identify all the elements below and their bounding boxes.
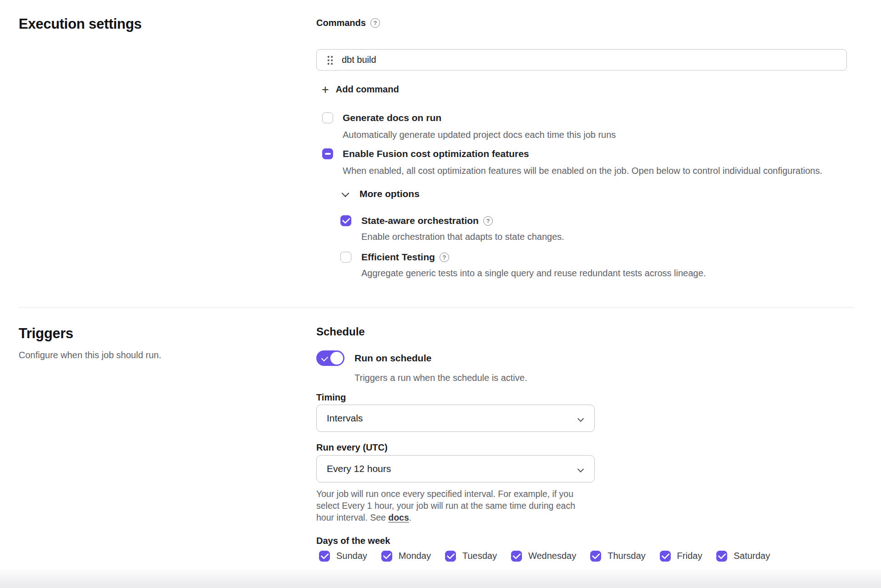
triggers-section: Triggers Configure when this job should …	[0, 308, 881, 562]
triggers-content: Schedule Run on schedule Triggers a run …	[316, 325, 854, 562]
day-item: Thursday	[590, 550, 645, 562]
efficient-testing-row: Efficient Testing	[340, 251, 854, 263]
toggle-knob	[330, 352, 343, 365]
fusion-row: Enable Fusion cost optimization features	[322, 148, 854, 160]
commands-help-icon[interactable]	[370, 18, 380, 28]
generate-docs-checkbox[interactable]	[322, 112, 333, 123]
timing-select[interactable]: Intervals	[316, 405, 595, 432]
day-item: Tuesday	[445, 550, 497, 562]
day-label[interactable]: Monday	[399, 551, 431, 561]
more-options-label: More options	[359, 188, 420, 199]
day-checkbox[interactable]	[590, 551, 601, 562]
add-command-button[interactable]: Add command	[322, 84, 399, 95]
state-aware-description: Enable orchestration that adapts to stat…	[361, 231, 854, 243]
run-on-schedule-description: Triggers a run when the schedule is acti…	[354, 372, 854, 384]
run-every-label: Run every (UTC)	[316, 442, 854, 453]
day-label[interactable]: Sunday	[336, 551, 367, 561]
state-aware-help-icon[interactable]	[483, 216, 493, 226]
run-on-schedule-label[interactable]: Run on schedule	[354, 353, 431, 364]
days-of-week-row: Sunday Monday Tuesday Wednesday Thursday…	[319, 550, 854, 562]
fusion-description: When enabled, all cost optimization feat…	[343, 165, 854, 177]
day-item: Wednesday	[511, 550, 576, 562]
day-checkbox[interactable]	[511, 551, 522, 562]
efficient-testing-description: Aggregate generic tests into a single qu…	[361, 268, 854, 279]
day-label[interactable]: Saturday	[734, 551, 770, 561]
state-aware-label[interactable]: State-aware orchestration	[361, 215, 479, 227]
efficient-testing-label[interactable]: Efficient Testing	[361, 251, 435, 263]
triggers-left-column: Triggers Configure when this job should …	[19, 325, 316, 562]
state-aware-row: State-aware orchestration	[340, 215, 854, 227]
day-label[interactable]: Thursday	[608, 551, 645, 561]
commands-header: Commands	[316, 17, 854, 29]
fusion-checkbox[interactable]	[322, 148, 333, 159]
day-checkbox[interactable]	[319, 551, 330, 562]
triggers-subtitle: Configure when this job should run.	[19, 350, 316, 361]
triggers-title: Triggers	[19, 325, 316, 342]
add-command-label: Add command	[336, 84, 399, 95]
more-options-expander[interactable]: More options	[343, 188, 420, 199]
command-input[interactable]	[342, 55, 846, 65]
plus-icon	[322, 85, 329, 94]
command-row	[316, 49, 847, 71]
chevron-down-icon	[577, 466, 584, 472]
generate-docs-label[interactable]: Generate docs on run	[343, 112, 441, 124]
generate-docs-row: Generate docs on run	[322, 112, 854, 124]
chevron-down-icon	[342, 189, 349, 197]
bottom-fade	[0, 568, 881, 588]
day-item: Monday	[381, 550, 431, 562]
day-checkbox[interactable]	[716, 551, 727, 562]
efficient-testing-help-icon[interactable]	[440, 253, 449, 262]
interval-help-before: Your job will run once every specified i…	[316, 489, 575, 522]
interval-help-after: .	[409, 512, 411, 522]
timing-selected-value: Intervals	[327, 413, 363, 424]
fusion-label[interactable]: Enable Fusion cost optimization features	[343, 148, 529, 160]
day-checkbox[interactable]	[445, 551, 456, 562]
days-of-week-label: Days of the week	[316, 535, 854, 546]
run-on-schedule-toggle[interactable]	[316, 350, 344, 366]
execution-settings-content: Commands Add command Generate docs on ru…	[316, 15, 854, 279]
generate-docs-description: Automatically generate updated project d…	[343, 129, 854, 141]
efficient-testing-checkbox[interactable]	[340, 252, 351, 263]
execution-settings-section: Execution settings Commands Add command …	[0, 0, 881, 307]
chevron-down-icon	[577, 416, 584, 422]
run-every-select[interactable]: Every 12 hours	[316, 455, 595, 482]
day-item: Sunday	[319, 550, 367, 562]
day-item: Saturday	[716, 550, 770, 562]
timing-label: Timing	[316, 392, 854, 403]
day-label[interactable]: Wednesday	[528, 551, 576, 561]
run-every-selected-value: Every 12 hours	[327, 463, 391, 474]
execution-settings-left-column: Execution settings	[19, 15, 316, 279]
day-checkbox[interactable]	[660, 551, 671, 562]
day-item: Friday	[660, 550, 703, 562]
drag-handle-icon[interactable]	[327, 55, 334, 65]
day-label[interactable]: Tuesday	[462, 551, 497, 561]
interval-help-text: Your job will run once every specified i…	[316, 488, 595, 523]
schedule-heading: Schedule	[316, 325, 854, 339]
state-aware-checkbox[interactable]	[340, 215, 351, 226]
run-on-schedule-row: Run on schedule	[316, 350, 854, 366]
day-checkbox[interactable]	[381, 551, 392, 562]
docs-link[interactable]: docs	[388, 512, 409, 522]
commands-label: Commands	[316, 17, 366, 29]
day-label[interactable]: Friday	[677, 551, 703, 561]
execution-settings-title: Execution settings	[19, 15, 316, 33]
